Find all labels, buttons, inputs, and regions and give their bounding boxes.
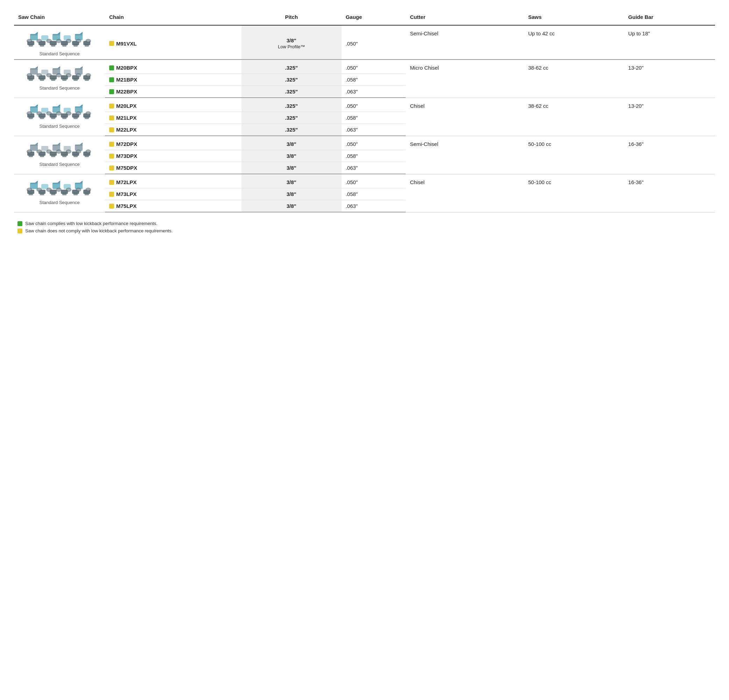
saw-chain-cell-2: Standard Sequence	[14, 98, 105, 136]
chain-badge-3-0	[109, 142, 114, 147]
chain-code-cell-1-2: M22BPX	[105, 86, 241, 98]
chain-badge-4-2	[109, 204, 114, 209]
svg-rect-151	[40, 193, 44, 195]
svg-marker-161	[35, 181, 38, 183]
saws-cell-4: 50-100 cc	[524, 174, 624, 212]
chain-badge-1-1	[109, 77, 114, 82]
svg-rect-118	[62, 154, 67, 157]
svg-point-32	[67, 40, 70, 42]
svg-rect-149	[29, 193, 33, 195]
svg-marker-165	[57, 181, 60, 183]
pitch-cell-0-0: 3/8"Low Profile™	[241, 25, 341, 60]
gauge-cell-2-2: .063"	[341, 124, 406, 136]
chain-name-text-3-1: M73DPX	[116, 153, 137, 159]
svg-rect-129	[52, 145, 60, 146]
chain-badge-3-1	[109, 154, 114, 158]
saws-cell-2: 38-62 cc	[524, 98, 624, 136]
guide-bar-cell-4: 16-36"	[624, 174, 715, 212]
svg-marker-132	[80, 142, 83, 145]
svg-rect-114	[40, 154, 44, 157]
legend-dot-1	[17, 228, 22, 234]
svg-rect-46	[74, 78, 78, 81]
pitch-cell-2-2: .325"	[241, 124, 341, 136]
chain-image-1: Standard Sequence	[18, 65, 101, 91]
chain-name-text-1-0: M20BPX	[116, 65, 137, 71]
chain-code-cell-0-0: M91VXL	[105, 25, 241, 60]
gauge-cell-1-1: .058"	[341, 74, 406, 86]
svg-rect-11	[85, 44, 89, 46]
pitch-value-4-1: 3/8"	[287, 191, 296, 197]
pitch-cell-4-2: 3/8"	[241, 200, 341, 212]
svg-point-182	[77, 189, 80, 191]
col-header-chain: Chain	[105, 10, 241, 25]
pitch-value-4-0: 3/8"	[287, 179, 296, 185]
pitch-cell-1-1: .325"	[241, 74, 341, 86]
sequence-label-2: Standard Sequence	[39, 123, 80, 129]
chain-code-cell-1-1: M21BPX	[105, 74, 241, 86]
svg-rect-92	[52, 106, 60, 108]
legend-item-0: Saw chain complies with low kickback per…	[17, 221, 715, 226]
svg-rect-59	[75, 68, 83, 70]
chain-image-0: Standard Sequence	[18, 30, 101, 57]
cutter-cell-3: Semi-Chisel	[406, 136, 524, 174]
saw-chain-cell-0: Standard Sequence	[14, 25, 105, 60]
pitch-cell-1-2: .325"	[241, 86, 341, 98]
svg-rect-133	[75, 145, 83, 146]
svg-rect-22	[75, 34, 83, 35]
svg-rect-75	[29, 116, 33, 119]
svg-point-174	[38, 189, 41, 191]
svg-point-30	[57, 40, 60, 42]
svg-rect-55	[52, 68, 60, 70]
svg-point-178	[57, 189, 60, 191]
svg-point-102	[48, 112, 50, 115]
pitch-cell-1-0: .325"	[241, 60, 341, 74]
guide-bar-cell-0: Up to 18"	[624, 25, 715, 60]
chain-name-text-3-0: M72DPX	[116, 141, 137, 147]
svg-rect-170	[75, 183, 83, 184]
cutter-cell-2: Chisel	[406, 98, 524, 136]
svg-point-24	[28, 40, 31, 42]
col-header-gauge: Gauge	[341, 10, 406, 25]
col-header-cutter: Cutter	[406, 10, 524, 25]
pitch-cell-4-0: 3/8"	[241, 174, 341, 188]
sequence-label-3: Standard Sequence	[39, 162, 80, 167]
svg-point-73	[87, 74, 90, 76]
svg-rect-85	[85, 116, 89, 119]
saws-cell-0: Up to 42 cc	[524, 25, 624, 60]
svg-point-110	[87, 112, 90, 115]
legend-dot-0	[17, 221, 22, 226]
svg-marker-54	[57, 66, 60, 68]
saw-chain-cell-3: Standard Sequence	[14, 136, 105, 174]
svg-rect-79	[51, 116, 55, 119]
chain-image-4: Standard Sequence	[18, 179, 101, 205]
svg-point-143	[67, 151, 70, 152]
pitch-cell-3-0: 3/8"	[241, 136, 341, 150]
svg-point-26	[38, 40, 41, 42]
svg-rect-159	[85, 193, 89, 195]
svg-rect-38	[29, 78, 33, 81]
gauge-cell-3-1: .058"	[341, 150, 406, 162]
svg-marker-58	[80, 66, 83, 68]
chain-name-text-0-0: M91VXL	[116, 41, 137, 46]
svg-point-108	[77, 112, 80, 115]
gauge-cell-1-2: .063"	[341, 86, 406, 98]
chain-image-2: Standard Sequence	[18, 103, 101, 129]
svg-marker-21	[80, 32, 83, 34]
svg-rect-42	[51, 78, 55, 81]
pitch-value-3-0: 3/8"	[287, 141, 296, 147]
chain-name-text-4-2: M75LPX	[116, 203, 137, 209]
svg-rect-77	[40, 116, 44, 119]
svg-point-135	[28, 151, 31, 152]
svg-point-106	[67, 112, 70, 115]
sequence-label-4: Standard Sequence	[39, 200, 80, 205]
svg-point-61	[28, 74, 31, 76]
chain-code-cell-3-0: M72DPX	[105, 136, 241, 150]
gauge-cell-2-0: .050"	[341, 98, 406, 112]
svg-marker-50	[35, 66, 38, 68]
col-header-saws: Saws	[524, 10, 624, 25]
chain-badge-2-1	[109, 116, 114, 121]
chain-name-text-2-2: M22LPX	[116, 127, 137, 133]
svg-point-184	[87, 189, 90, 191]
svg-point-141	[57, 151, 60, 152]
svg-point-147	[87, 151, 90, 152]
